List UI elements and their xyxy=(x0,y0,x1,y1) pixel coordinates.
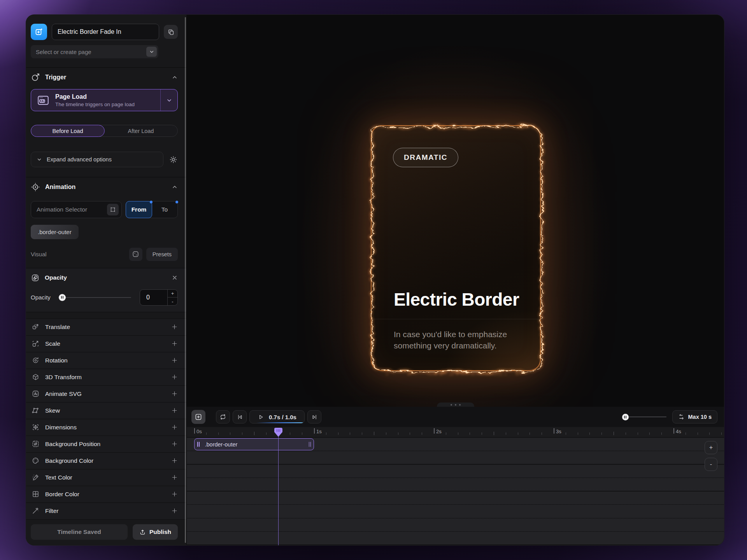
opacity-slider-track[interactable] xyxy=(59,297,131,298)
animation-selector-input[interactable]: Animation Selector xyxy=(31,201,122,218)
add-property-button[interactable] xyxy=(171,474,178,481)
opacity-slider[interactable] xyxy=(59,294,131,301)
ruler-tick xyxy=(338,432,338,435)
sidebar-scrollbar[interactable] xyxy=(185,17,186,543)
opacity-step-up-button[interactable]: + xyxy=(168,290,177,298)
property-row-translate[interactable]: Translate xyxy=(26,319,186,336)
3d-transform-icon xyxy=(31,373,40,381)
duplicate-timeline-button[interactable] xyxy=(164,25,178,39)
add-property-button[interactable] xyxy=(171,374,178,380)
presets-button[interactable]: Presets xyxy=(146,248,178,261)
add-property-button[interactable] xyxy=(171,457,178,464)
opacity-slider-handle[interactable] xyxy=(59,294,66,301)
skew-icon xyxy=(31,406,40,415)
timeline-zoom-slider-handle[interactable] xyxy=(622,414,629,420)
animation-section-label: Animation xyxy=(45,184,75,191)
tab-before-load[interactable]: Before Load xyxy=(31,125,105,137)
background-position-icon xyxy=(31,440,40,448)
property-row-dimensions[interactable]: Dimensions xyxy=(26,419,186,436)
opacity-value-input[interactable]: 0 xyxy=(140,290,167,305)
loop-toggle-button[interactable] xyxy=(216,410,230,424)
loop-icon xyxy=(219,413,226,420)
add-track-button[interactable] xyxy=(191,410,205,424)
add-property-button[interactable] xyxy=(171,324,178,330)
property-row-border-color[interactable]: Border Color xyxy=(26,486,186,503)
ruler-tick xyxy=(589,432,590,435)
expand-advanced-options[interactable]: Expand advanced options xyxy=(31,152,163,167)
target-selector-chip[interactable]: .border-outer xyxy=(31,225,79,239)
add-property-button[interactable] xyxy=(171,491,178,497)
remove-opacity-button[interactable] xyxy=(172,275,178,281)
trigger-settings-button[interactable] xyxy=(168,155,178,164)
property-row-animate-svg[interactable]: Animate SVG xyxy=(26,386,186,402)
ruler-tick xyxy=(434,428,435,434)
collapse-trigger-button[interactable] xyxy=(172,74,178,80)
playhead-marker[interactable] xyxy=(274,428,283,438)
ruler-tick xyxy=(638,432,638,435)
ruler-tick xyxy=(386,432,386,435)
property-row-scale[interactable]: Scale xyxy=(26,336,186,352)
collapse-animation-button[interactable] xyxy=(172,184,178,190)
property-row-3d-transform[interactable]: 3D Transform xyxy=(26,369,186,386)
add-property-button[interactable] xyxy=(171,424,178,430)
ruler-tick xyxy=(230,432,230,435)
preview-canvas[interactable]: DRAMATIC Electric Border In case you'd l… xyxy=(187,15,724,407)
add-property-button[interactable] xyxy=(171,390,178,397)
track-right-handle[interactable] xyxy=(306,442,314,447)
ruler-tick xyxy=(422,432,422,435)
play-icon xyxy=(258,414,264,420)
ruler-tick xyxy=(554,428,554,434)
property-row-text-color[interactable]: Text Color xyxy=(26,469,186,486)
timeline-zoom-out-button[interactable]: - xyxy=(705,458,717,471)
timeline-saved-button[interactable]: Timeline Saved xyxy=(31,524,128,540)
trigger-type-dropdown-button[interactable] xyxy=(160,89,177,111)
from-tab[interactable]: From xyxy=(126,201,152,218)
timeline-name-input[interactable]: Electric Border Fade In xyxy=(52,24,159,40)
opacity-panel-title: Opacity xyxy=(45,274,67,281)
page-select[interactable]: Select or create page xyxy=(31,45,158,58)
property-row-rotation[interactable]: Rotation xyxy=(26,352,186,369)
track-left-handle[interactable] xyxy=(195,442,202,447)
timeline-zoom-in-button[interactable]: + xyxy=(705,441,717,454)
gear-icon xyxy=(169,156,177,164)
ruler-tick xyxy=(446,432,446,435)
tab-after-load[interactable]: After Load xyxy=(104,125,177,136)
to-tab[interactable]: To xyxy=(152,201,177,218)
trigger-icon xyxy=(31,73,40,82)
play-button[interactable]: 0.7s / 1.0s xyxy=(249,410,305,424)
card-divider xyxy=(371,319,540,319)
skip-to-end-button[interactable] xyxy=(307,410,321,424)
to-notification-dot xyxy=(175,201,178,203)
time-display: 0.7s / 1.0s xyxy=(269,414,296,420)
publish-button[interactable]: Publish xyxy=(133,524,178,540)
ruler-label: 3s xyxy=(556,429,561,434)
visual-label: Visual xyxy=(31,251,47,257)
pick-element-button[interactable] xyxy=(107,204,119,215)
add-property-button[interactable] xyxy=(171,508,178,514)
max-duration-button[interactable]: Max 10 s xyxy=(672,410,717,424)
ruler-tick xyxy=(482,432,482,435)
ruler-tick xyxy=(709,432,710,435)
property-row-background-position[interactable]: Background Position xyxy=(26,436,186,453)
add-property-button[interactable] xyxy=(171,340,178,347)
playhead-line[interactable] xyxy=(278,428,279,545)
property-row-background-color[interactable]: Background Color xyxy=(26,453,186,469)
opacity-step-down-button[interactable]: - xyxy=(168,298,177,305)
skip-to-start-button[interactable] xyxy=(233,410,247,424)
add-property-button[interactable] xyxy=(171,407,178,414)
timeline-resize-handle[interactable] xyxy=(437,402,474,407)
ruler-tick xyxy=(302,432,302,435)
add-property-button[interactable] xyxy=(171,441,178,447)
card-heading: Electric Border xyxy=(394,289,519,310)
random-preset-button[interactable] xyxy=(129,248,142,261)
border-color-icon xyxy=(31,490,40,498)
track-bar-border-outer[interactable]: .border-outer xyxy=(194,438,314,450)
property-row-skew[interactable]: Skew xyxy=(26,402,186,419)
timeline-ruler[interactable]: 0s1s2s3s4s xyxy=(187,427,724,438)
trigger-type-card[interactable]: Page Load The timeline triggers on page … xyxy=(31,89,178,112)
timeline-zoom-slider[interactable] xyxy=(622,414,666,420)
add-property-button[interactable] xyxy=(171,357,178,364)
opacity-icon xyxy=(31,273,40,282)
page-select-dropdown-button[interactable] xyxy=(146,47,157,57)
property-row-filter[interactable]: Filter xyxy=(26,503,186,520)
